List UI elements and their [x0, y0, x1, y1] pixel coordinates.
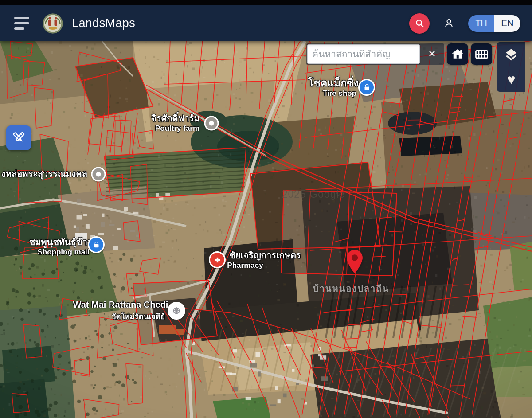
poi-subtitle: Poultry farm [153, 124, 202, 133]
poi-label: งหล่อพระสุวรรณมงคล [1, 169, 87, 179]
poi-label: โชคแม็กซิ่งTire shop [308, 78, 359, 98]
poi-title: Wat Mai Rattana Chedi [73, 300, 168, 310]
poi-title: จิรศักดิ์ฟาร์ม [151, 114, 200, 124]
home-button[interactable] [447, 43, 468, 65]
draw-measure-tool-button[interactable] [6, 125, 31, 150]
pencil-ruler-icon [11, 130, 26, 145]
poi-marker-shopping-blue[interactable] [88, 236, 105, 253]
hamburger-bar [14, 17, 29, 19]
hamburger-bar [14, 27, 24, 30]
poi-label: ชัยเจริญการเกษตรPharmacy [229, 251, 301, 270]
home-icon [451, 47, 464, 61]
hamburger-menu-icon[interactable] [14, 17, 30, 30]
place-marker-icon [91, 167, 106, 182]
search-button[interactable] [409, 13, 430, 34]
poi-title: งหล่อพระสุวรรณมงคล [1, 169, 87, 179]
satellite-map[interactable] [0, 41, 532, 418]
profile-button[interactable] [443, 17, 455, 29]
screen-top-strip [0, 0, 532, 5]
place-marker-icon [204, 116, 219, 131]
heart-icon: ♥ [507, 72, 516, 86]
satellite-map-canvas[interactable] [0, 41, 532, 418]
poi-title: ชมพูนุชพันธุ์ข้าว [29, 238, 92, 247]
poi-title: บ้านหนองปลาถีน [313, 284, 389, 294]
shopping-marker-icon [358, 79, 375, 96]
navbar-right-group: TH EN [409, 13, 520, 34]
language-th[interactable]: TH [468, 15, 494, 32]
poi-marker-pin-red[interactable] [345, 249, 364, 275]
layers-icon [504, 47, 518, 62]
temple-marker-icon [168, 302, 185, 320]
destination-pin-icon [345, 249, 364, 275]
grid-view-button[interactable] [471, 43, 492, 65]
poi-label: ชมพูนุชพันธุ์ข้าวShopping mall [29, 238, 92, 257]
poi-marker-dot-gray[interactable] [91, 167, 106, 182]
language-en[interactable]: EN [494, 15, 520, 32]
favorites-button[interactable]: ♥ [497, 67, 525, 92]
shopping-marker-icon [88, 236, 105, 253]
person-icon [443, 17, 455, 29]
poi-label: บ้านหนองปลาถีน [313, 284, 389, 294]
poi-title: โชคแม็กซิ่ง [308, 78, 359, 89]
poi-label: Wat Mai Rattana Chediวัดใหม่รัตนเจดีย์ [73, 300, 168, 322]
poi-title: ชัยเจริญการเกษตร [229, 251, 301, 261]
poi-subtitle: Shopping mall [32, 248, 95, 257]
department-of-lands-seal-logo [43, 13, 63, 34]
grid-icon [474, 47, 489, 62]
app-title: LandsMaps [72, 16, 135, 30]
map-search-bar: ✕ [306, 43, 444, 65]
clear-search-button[interactable]: ✕ [420, 48, 444, 60]
poi-label: จิรศักดิ์ฟาร์มPoultry farm [151, 114, 200, 133]
poi-subtitle: Tire shop [314, 89, 365, 98]
layers-button[interactable] [497, 42, 525, 67]
hamburger-bar [14, 22, 29, 24]
poi-marker-temple-white[interactable] [168, 302, 185, 320]
poi-marker-dot-gray[interactable] [204, 116, 219, 131]
place-search-input[interactable] [307, 44, 420, 64]
poi-marker-pharmacy-red[interactable] [209, 251, 226, 268]
magnifier-icon [415, 18, 425, 28]
map-watermark: 2025 Google [282, 188, 345, 200]
language-toggle[interactable]: TH EN [468, 15, 520, 32]
poi-marker-shopping-blue[interactable] [358, 79, 375, 96]
top-navbar: LandsMaps TH EN [0, 5, 532, 41]
pharmacy-marker-icon [209, 251, 226, 268]
